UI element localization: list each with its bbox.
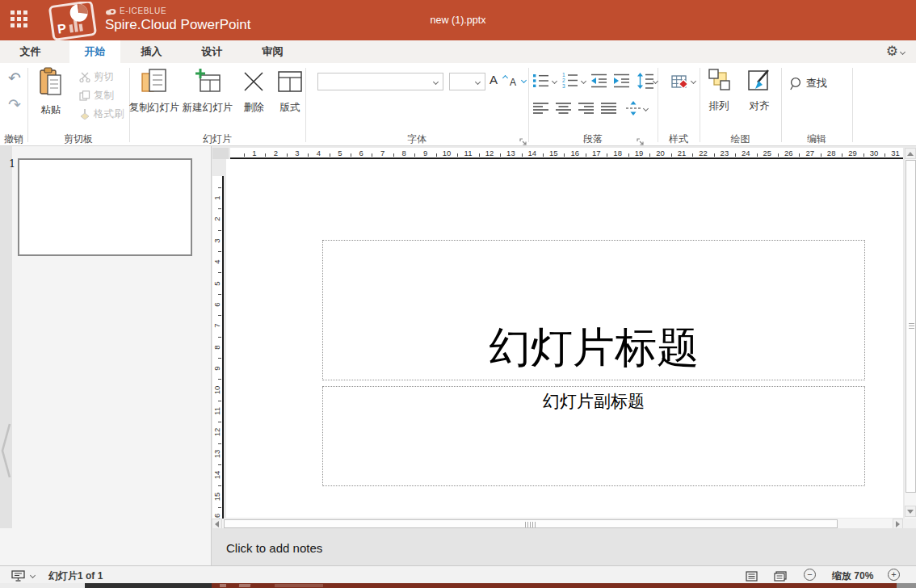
chevron-down-icon [900, 48, 905, 54]
styles-table-eraser-icon [671, 73, 691, 92]
scroll-up-button[interactable] [905, 148, 916, 159]
v-ruler-number: 14 [212, 469, 222, 481]
brand-title: Spire.Cloud PowerPoint [105, 17, 250, 33]
scissors-icon [79, 72, 90, 82]
decrease-indent-button[interactable] [591, 74, 607, 91]
zoom-in-button[interactable]: + [888, 569, 900, 581]
h-ruler-number: 14 [527, 149, 538, 158]
search-icon [790, 77, 803, 90]
h-ruler-number: 10 [441, 149, 452, 158]
numbering-chevron-icon[interactable] [581, 78, 586, 84]
line-spacing-icon [637, 73, 653, 89]
font-name-combobox[interactable] [317, 73, 443, 90]
increase-indent-button[interactable] [614, 74, 630, 91]
notes-pane[interactable]: Click to add notes [212, 528, 916, 565]
subtitle-placeholder[interactable]: 幻灯片副标题 [322, 386, 865, 486]
scroll-left-button[interactable] [212, 519, 222, 528]
panel-collapse-chevron[interactable] [0, 422, 12, 483]
paragraph-dialog-launcher-icon[interactable] [637, 135, 645, 143]
h-ruler-number: 7 [377, 149, 389, 158]
v-ruler-number: 7 [212, 320, 222, 331]
v-ruler-number: 15 [212, 491, 222, 502]
tab-file[interactable]: 文件 [5, 40, 56, 63]
tab-design[interactable]: 设计 [187, 40, 237, 63]
duplicate-slide-label: 复制幻灯片 [128, 101, 181, 115]
align-left-button[interactable] [533, 103, 548, 117]
delete-slide-button[interactable]: 删除 [237, 68, 270, 115]
title-placeholder[interactable]: 幻灯片标题 [322, 240, 865, 380]
increase-font-size-button[interactable]: A [490, 73, 507, 90]
slideshow-chevron-icon[interactable] [30, 573, 36, 578]
format-painter-button[interactable]: 格式刷 [79, 107, 124, 121]
h-ruler-number: 2 [270, 149, 281, 158]
v-ruler-number: 12 [212, 426, 222, 438]
v-ruler-number: 10 [212, 384, 222, 396]
paste-button[interactable]: 粘贴 [36, 67, 66, 117]
logo-letter: P [57, 21, 67, 36]
styles-button[interactable] [671, 73, 691, 95]
tab-home[interactable]: 开始 [69, 40, 120, 63]
font-size-combobox[interactable] [449, 73, 485, 90]
layout-button[interactable]: 版式 [274, 68, 306, 115]
align-center-button[interactable] [556, 103, 571, 117]
settings-gear-button[interactable]: ⚙ [886, 43, 905, 61]
arrange-button[interactable]: 排列 [704, 68, 733, 113]
scroll-down-button[interactable] [905, 506, 916, 517]
font-dialog-launcher-icon[interactable] [519, 135, 527, 143]
v-ruler-number: 13 [212, 448, 222, 460]
styles-chevron-icon[interactable] [691, 78, 696, 84]
horizontal-scrollbar-thumb[interactable] [224, 519, 838, 528]
v-ruler-number: 6 [212, 299, 222, 310]
h-ruler-number: 12 [484, 149, 495, 158]
status-bar: 幻灯片1 of 1 − 缩放 70% + [0, 565, 916, 583]
undo-button[interactable]: ↶ [5, 69, 24, 87]
h-ruler-number: 17 [590, 149, 602, 158]
zoom-out-button[interactable]: − [804, 569, 816, 581]
v-ruler-number: 8 [212, 342, 222, 353]
vertical-align-button[interactable] [625, 101, 641, 119]
notes-placeholder-text: Click to add notes [226, 541, 322, 555]
slide-thumbnails-panel: 1 [12, 146, 212, 565]
increase-indent-icon [614, 74, 630, 88]
thumbnails-panel-bottom [0, 528, 212, 565]
vertical-scrollbar-thumb[interactable] [905, 160, 916, 493]
cut-button[interactable]: 剪切 [79, 70, 114, 84]
app-launcher-grid-icon[interactable] [11, 10, 29, 29]
v-ruler-number: 3 [212, 235, 222, 246]
scroll-right-button[interactable] [893, 519, 903, 528]
bullets-chevron-icon[interactable] [552, 78, 557, 84]
line-spacing-button[interactable] [637, 73, 653, 92]
justify-button[interactable] [601, 103, 616, 117]
decrease-font-size-button[interactable]: A [510, 74, 527, 92]
align-right-button[interactable] [578, 103, 594, 117]
copy-button[interactable]: 复制 [79, 89, 114, 103]
delete-label: 删除 [237, 101, 270, 115]
align-shapes-label: 对齐 [745, 99, 774, 113]
h-ruler-number: 1 [249, 149, 260, 158]
numbering-button[interactable]: 1 2 3 [562, 72, 578, 91]
find-button[interactable]: 查找 [790, 76, 827, 90]
tab-insert[interactable]: 插入 [126, 40, 177, 63]
layout-label: 版式 [274, 101, 306, 115]
new-slide-button[interactable]: 新建幻灯片 [181, 68, 234, 115]
redo-button[interactable]: ↷ [5, 96, 24, 114]
horizontal-ruler: 1234567891011121314151617181920212223242… [230, 148, 903, 159]
vertical-align-chevron-icon[interactable] [643, 106, 649, 111]
duplicate-slide-button[interactable]: 复制幻灯片 [128, 68, 181, 115]
group-label-clipboard: 剪切板 [27, 132, 129, 146]
main-area: 1 幻灯片标题 幻灯片副标题 1234567891011121314151617… [0, 146, 916, 528]
group-label-font: 字体 [305, 132, 528, 146]
group-label-styles: 样式 [658, 132, 700, 146]
align-shapes-button[interactable]: 对齐 [745, 68, 774, 113]
bullets-button[interactable] [533, 74, 549, 91]
h-ruler-number: 5 [334, 149, 346, 158]
brand-block: E-ICEBLUE Spire.Cloud PowerPoint [105, 6, 250, 33]
vertical-ruler: 12345678910111213141516 [212, 176, 224, 519]
slide-counter: 幻灯片1 of 1 [48, 569, 103, 583]
redo-icon: ↷ [8, 96, 21, 113]
h-ruler-number: 29 [847, 149, 859, 158]
slide-thumbnail[interactable] [18, 158, 192, 256]
h-ruler-number: 3 [292, 149, 303, 158]
zoom-level-label: 缩放 70% [832, 569, 873, 583]
tab-review[interactable]: 审阅 [247, 40, 298, 63]
